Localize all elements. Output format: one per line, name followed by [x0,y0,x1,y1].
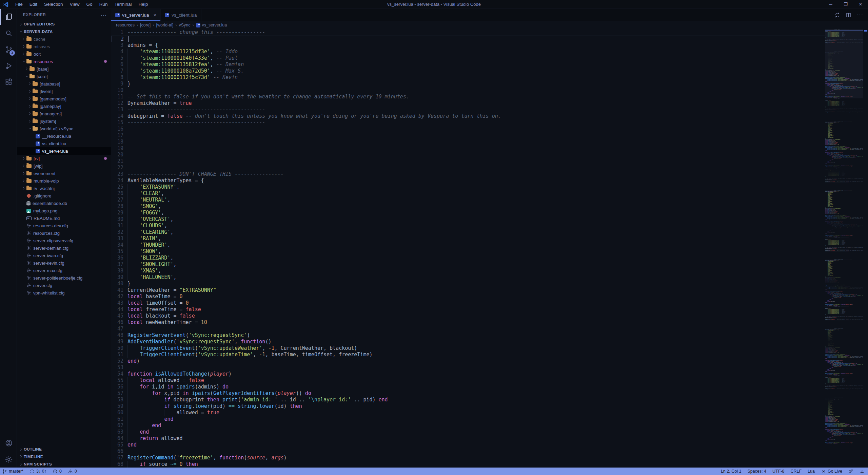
code-line[interactable]: 15--------------------------------------… [111,119,825,126]
menu-selection[interactable]: Selection [41,1,66,8]
tree-item-resources-cfg[interactable]: resources.cfg [17,229,111,237]
tree-item-evenement[interactable]: evenement [17,170,111,177]
code-editor[interactable]: 1---------------- change this ----------… [111,29,825,468]
sidebar-more-actions-icon[interactable]: ··· [101,12,107,18]
code-line[interactable]: 58 if debugprint then print('admin id: '… [111,397,825,403]
code-line[interactable]: 45local blackout = false [111,313,825,319]
tree-item--base-[interactable]: [base] [17,65,111,73]
tree-item--wip-[interactable]: [wip] [17,162,111,170]
code-line[interactable]: 16 [111,126,825,132]
menu-edit[interactable]: Edit [26,1,40,8]
tree-item-vs-server-lua[interactable]: vs_server.lua [17,147,111,155]
activity-extensions[interactable] [0,74,17,90]
code-line[interactable]: 34 'THUNDER', [111,242,825,248]
code-line[interactable]: 53 [111,364,825,371]
code-line[interactable]: 50 TriggerClientEvent('vSync:updateWeath… [111,345,825,352]
tree-item-mylogo-png[interactable]: myLogo.png [17,207,111,214]
code-line[interactable]: 54function isAllowedToChange(player) [111,371,825,377]
code-line[interactable]: 37 'SNOWLIGHT', [111,261,825,268]
status-eol[interactable]: CRLF [790,469,802,474]
code-line[interactable]: 31 'CLOUDS', [111,223,825,229]
sidebar-section-outline[interactable]: OUTLINE [17,445,111,453]
code-line[interactable]: 27 'NEUTRAL', [111,197,825,203]
code-line[interactable]: 4 'steam:11000011215df3e', -- Iddo [111,49,825,55]
tree-item--core-[interactable]: [core] [17,73,111,80]
breadcrumb-item[interactable]: [world-ai] [156,23,174,27]
activity-run-debug[interactable] [0,58,17,74]
status-sync[interactable]: 3↓ 0↑ [29,469,46,474]
activity-settings[interactable] [0,451,17,468]
code-line[interactable]: 30 'OVERCAST', [111,216,825,223]
tree-item--system-[interactable]: [system] [17,117,111,125]
status-warnings[interactable]: 0 [68,469,77,474]
activity-explorer[interactable] [0,9,17,25]
code-line[interactable]: 18 [111,139,825,145]
code-line[interactable]: 46local newWeatherTimer = 10 [111,319,825,326]
tree-item-resources[interactable]: resources [17,58,111,65]
code-line[interactable]: 48RegisterServerEvent('vSync:requestSync… [111,332,825,339]
menu-terminal[interactable]: Terminal [111,1,135,8]
code-line[interactable]: 29 'FOGGY', [111,210,825,216]
code-line[interactable]: 33 'RAIN', [111,235,825,242]
code-line[interactable]: 57 for x,pid in ipairs(GetPlayerIdentifi… [111,390,825,397]
code-line[interactable]: 26 'CLEAR', [111,190,825,197]
code-line[interactable]: 25 'EXTRASUNNY', [111,184,825,190]
code-line[interactable]: 67RegisterCommand('freezetime', function… [111,455,825,461]
tree-item-server-max-cfg[interactable]: server-max.cfg [17,267,111,274]
tree-item--gitignore[interactable]: .gitignore [17,192,111,200]
code-line[interactable]: 22 [111,165,825,171]
code-line[interactable]: 19 [111,145,825,152]
code-line[interactable]: 14debugprint = false -- don't touch this… [111,113,825,119]
minimap-slider[interactable] [825,29,863,98]
close-icon[interactable]: ✕ [853,0,868,8]
code-line[interactable]: 21 [111,158,825,165]
tree-item-vpn-whitelist-cfg[interactable]: vpn-whitelist.cfg [17,289,111,297]
code-line[interactable]: 35 'SNOW', [111,248,825,255]
tree-item-server-kevin-cfg[interactable]: server-kevin.cfg [17,259,111,267]
status-language-mode[interactable]: Lua [808,469,815,474]
breadcrumb-item[interactable]: vSync [179,23,190,27]
code-line[interactable]: 28 'SMOG', [111,203,825,210]
tree-section-server-data[interactable]: SERVER-DATA [17,28,111,35]
tree-item-ooit[interactable]: ooit [17,50,111,58]
status-errors[interactable]: 0 [53,469,62,474]
code-line[interactable]: 39 'HALLOWEEN', [111,274,825,281]
code-line[interactable]: 63 end [111,429,825,435]
code-line[interactable]: 55 local allowed = false [111,377,825,384]
code-line[interactable]: 5 'steam:1100001040f433e', -- Paul [111,55,825,61]
code-line[interactable]: 6 'steam:110000135812fea', -- Demian [111,61,825,68]
tree-item--gameplay-[interactable]: [gameplay] [17,102,111,110]
more-actions-icon[interactable]: ··· [857,12,863,18]
restore-icon[interactable]: ❐ [838,0,853,8]
menu-file[interactable]: File [12,1,26,8]
code-line[interactable]: 43local timeOffset = 0 [111,300,825,306]
tree-item--resource-lua[interactable]: __resource.lua [17,132,111,140]
tree-section-open-editors[interactable]: OPEN EDITORS [17,20,111,28]
sidebar-section-timeline[interactable]: TIMELINE [17,453,111,460]
tree-item-server-cfg[interactable]: server.cfg [17,282,111,289]
code-line[interactable]: 10 [111,87,825,94]
code-line[interactable]: 60 allowed = true [111,410,825,416]
code-line[interactable]: 47 [111,326,825,332]
code-line[interactable]: 44local freezeTime = false [111,306,825,313]
tree-item-rv-wachtrij[interactable]: rv_wachtrij [17,185,111,192]
activity-search[interactable] [0,25,17,41]
code-line[interactable]: 17 [111,132,825,139]
tree-item--gamemodes-[interactable]: [gamemodes] [17,95,111,102]
minimize-icon[interactable]: ─ [823,0,838,8]
activity-source-control[interactable]: 3 [0,41,17,58]
tab-close-icon[interactable]: × [154,12,157,18]
code-line[interactable]: 51 TriggerClientEvent('vSync:updateTime'… [111,352,825,358]
code-line[interactable]: 11-- Set this to false if you don't want… [111,94,825,100]
code-line[interactable]: 32 'CLEARING', [111,229,825,235]
status-encoding[interactable]: UTF-8 [772,469,784,474]
tree-item--managers-[interactable]: [managers] [17,110,111,117]
status-indentation[interactable]: Spaces: 4 [747,469,766,474]
tree-item--database-[interactable]: [database] [17,80,111,88]
tree-item-server-politieenboefje-cfg[interactable]: server-politieenboefje.cfg [17,274,111,282]
code-line[interactable]: 23---------------- DON'T CHANGE THIS ---… [111,171,825,177]
tree-item-mtsaves[interactable]: mtsaves [17,43,111,50]
status-feedback[interactable] [848,469,853,474]
code-line[interactable]: 49AddEventHandler('vSync:requestSync', f… [111,339,825,345]
tree-item-resources-dev-cfg[interactable]: resources-dev.cfg [17,222,111,229]
